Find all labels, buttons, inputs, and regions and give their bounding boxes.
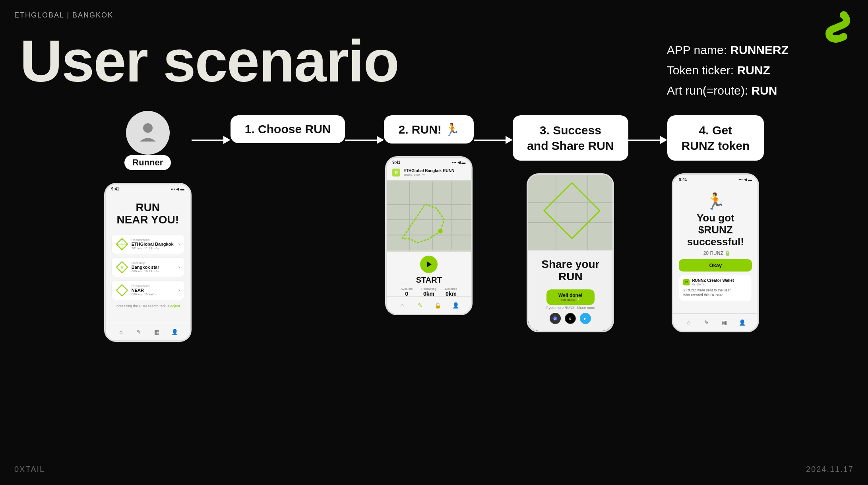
step3-col: 3. Successand Share RUN — [513, 115, 628, 332]
phone2-header: R ETHGlobal Bangkok RUNN Today, 6:00 PM — [387, 165, 471, 180]
step2-label: 2. RUN! 🏃 — [384, 115, 474, 144]
token-value: RUNZ — [737, 64, 770, 77]
x-twitter-icon[interactable]: ✕ — [565, 313, 576, 324]
flow-row: Runner 9:41 ▪▪▪ ◀ ▬ RUN NEAR YOU! — [24, 115, 844, 342]
art-line: Art run(=route): RUN — [667, 80, 789, 101]
phone4-wallet-desc: 2 RUNZ were sent to the userwho created … — [683, 288, 748, 298]
arrow3 — [474, 136, 513, 144]
svg-point-1 — [832, 35, 840, 43]
svg-point-0 — [840, 11, 848, 19]
telegram-icon[interactable]: ➤ — [580, 313, 591, 324]
phone1-mockup: 9:41 ▪▪▪ ◀ ▬ RUN NEAR YOU! — [104, 183, 192, 342]
runner-avatar-circle — [126, 111, 170, 155]
svg-text:D: D — [554, 317, 556, 320]
phone3-map — [528, 175, 612, 250]
step2-col: 2. RUN! 🏃 9:41 ▪▪▪ ◀ ▬ R ETHGlobal Bangk… — [384, 115, 474, 315]
header-location: BANGKOK — [72, 11, 113, 19]
phone3-well-done-btn[interactable]: Well done! +20 RUNZ 🔋 — [546, 289, 594, 305]
app-name-value: RUNNERZ — [730, 43, 789, 56]
token-line: Token ticker: RUNZ — [667, 60, 789, 80]
phone2-nav-home[interactable]: ⌂ — [398, 301, 406, 309]
svg-marker-17 — [427, 262, 432, 267]
phone2-logo-icon: R — [392, 169, 400, 177]
nav-home[interactable]: ⌂ — [117, 328, 125, 336]
step1-label: 1. Choose RUN — [231, 115, 345, 143]
svg-marker-8 — [116, 285, 128, 296]
footer-left: 0XTAIL — [14, 465, 45, 474]
run-item-3[interactable]: Recommend NEAR 600 kcal 15 km/hr › — [111, 280, 184, 300]
svg-point-16 — [438, 229, 443, 234]
svg-marker-7 — [120, 265, 124, 269]
app-info: APP name: RUNNERZ Token ticker: RUNZ Art… — [667, 40, 789, 101]
phone1-content: RUN NEAR YOU! Recommend ETHGlobal Bangko… — [106, 192, 190, 312]
phone4-title: You got $RUNZ successful! — [679, 212, 752, 248]
app-name-line: APP name: RUNNERZ — [667, 40, 789, 60]
step3-label: 3. Successand Share RUN — [513, 115, 628, 161]
runner-col: Runner 9:41 ▪▪▪ ◀ ▬ RUN NEAR YOU! — [104, 115, 192, 342]
phone2-nav-lock[interactable]: 🔒 — [434, 301, 442, 309]
phone4-nav-profile[interactable]: 👤 — [738, 318, 746, 326]
phone2-start-area: START AveRate 0 Remaining 0km Distance 0 — [387, 252, 471, 301]
wallet-icon: R — [683, 279, 690, 285]
phone4-navbar: ⌂ ✎ ▦ 👤 — [673, 313, 758, 331]
phone2-status-bar: 9:41 ▪▪▪ ◀ ▬ — [387, 158, 471, 165]
step1-col: 1. Choose RUN — [231, 115, 345, 143]
phone1-signal-icons: ▪▪▪ ◀ ▬ — [171, 187, 184, 191]
footer-right: 2024.11.17 — [806, 465, 854, 474]
svg-rect-9 — [387, 181, 471, 250]
phone1-footer: Increasing the RUN search radius Adjust — [111, 304, 184, 308]
run-item-1[interactable]: Recommend ETHGlobal Bangkok 701 kcal 11.… — [111, 234, 184, 254]
phone4-content: 🏃 You got $RUNZ successful! +20 RUNZ 🔋 O… — [673, 182, 758, 332]
flow-container: Runner 9:41 ▪▪▪ ◀ ▬ RUN NEAR YOU! — [0, 115, 868, 342]
phone4-okay-button[interactable]: Okay — [679, 259, 752, 272]
svg-rect-18 — [528, 175, 612, 250]
run-item-2[interactable]: User map Bangkok star 669 kcal 10.8 km/h… — [111, 257, 184, 277]
phone4-status-bar: 9:41 ▪▪▪ ◀ ▬ — [673, 175, 758, 182]
nav-edit[interactable]: ✎ — [135, 328, 143, 336]
logo — [818, 8, 854, 44]
nav-profile[interactable]: 👤 — [170, 328, 178, 336]
header-org: ETHGLOBAL — [14, 11, 64, 19]
phone4-nav-home[interactable]: ⌂ — [685, 318, 693, 326]
phone4-nav-edit[interactable]: ✎ — [703, 318, 711, 326]
step4-label: 4. GetRUNZ token — [667, 115, 764, 161]
svg-point-2 — [143, 123, 153, 133]
svg-text:➤: ➤ — [583, 317, 587, 321]
phone2-stats: AveRate 0 Remaining 0km Distance 0km — [392, 287, 465, 297]
phone1-time: 9:41 — [111, 187, 119, 191]
phone2-play-button[interactable] — [420, 256, 438, 273]
runner-label: Runner — [124, 155, 171, 170]
phone2-mockup: 9:41 ▪▪▪ ◀ ▬ R ETHGlobal Bangkok RUNN To… — [385, 156, 473, 315]
phone2-map — [387, 180, 471, 252]
phone2-navbar: ⌂ ✎ 🔒 👤 — [387, 296, 471, 314]
art-value: RUN — [751, 84, 777, 97]
phone3-share-title: Share your RUN — [537, 250, 603, 287]
phone4-mockup: 9:41 ▪▪▪ ◀ ▬ 🏃 You got $RUNZ successful!… — [672, 173, 759, 332]
phone3-content: Share your RUN Well done! +20 RUNZ 🔋 If … — [528, 175, 612, 331]
phone1-title: RUN NEAR YOU! — [111, 202, 184, 226]
svg-text:✕: ✕ — [568, 317, 572, 321]
arrow4 — [628, 136, 667, 144]
phone2-start-label: START — [392, 275, 465, 285]
phone4-wallet-card: R RUNNZ Creator Wallet 0x,19x Y↓ 2 RUNZ … — [679, 275, 752, 301]
phone2-time: 9:41 — [392, 160, 400, 165]
arrow1 — [192, 136, 231, 144]
phone4-amount: +20 RUNZ 🔋 — [679, 250, 752, 256]
phone3-mockup: Share your RUN Well done! +20 RUNZ 🔋 If … — [527, 173, 614, 332]
phone4-runner-emoji: 🏃 — [679, 192, 752, 211]
phone2-nav-profile[interactable]: 👤 — [452, 301, 460, 309]
phone2-nav-run[interactable]: ✎ — [416, 301, 424, 309]
phone1-navbar: ⌂ ✎ ▦ 👤 — [106, 323, 190, 340]
nav-chart[interactable]: ▦ — [153, 328, 161, 336]
header-separator: | — [67, 11, 72, 19]
phone3-share-more-text: If you more RUNZ, Share more — [546, 306, 595, 310]
phone3-social-icons: D ✕ ➤ — [550, 313, 591, 324]
header: ETHGLOBAL | BANGKOK — [14, 11, 113, 19]
phone1-status-bar: 9:41 ▪▪▪ ◀ ▬ — [106, 184, 190, 192]
phone4-nav-chart[interactable]: ▦ — [721, 318, 728, 326]
discord-icon[interactable]: D — [550, 313, 561, 324]
arrow2 — [345, 136, 384, 144]
step4-col: 4. GetRUNZ token 9:41 ▪▪▪ ◀ ▬ 🏃 You got … — [667, 115, 764, 332]
main-title: User scenario — [20, 32, 399, 91]
